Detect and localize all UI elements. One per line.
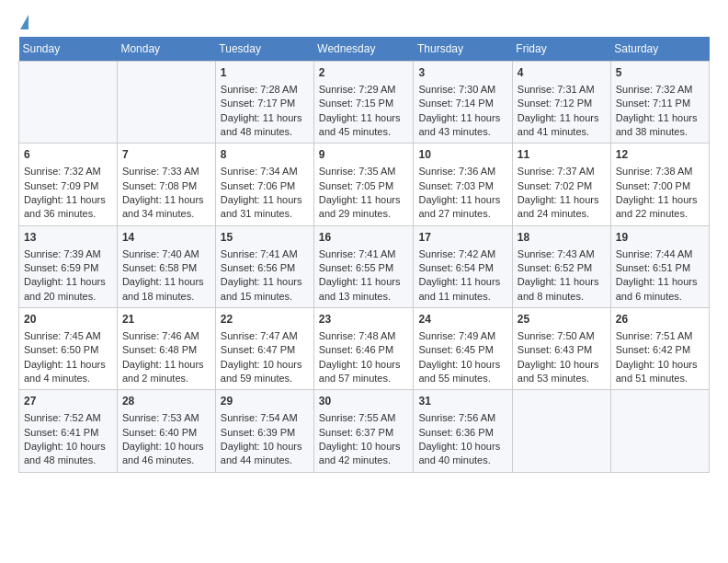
- daylight-text: Daylight: 11 hours and 45 minutes.: [319, 111, 409, 140]
- daylight-text: Daylight: 11 hours and 18 minutes.: [122, 275, 210, 304]
- day-number: 17: [418, 230, 506, 246]
- day-number: 13: [24, 230, 112, 246]
- sunrise-text: Sunrise: 7:43 AM: [518, 247, 606, 261]
- sunrise-text: Sunrise: 7:48 AM: [319, 329, 409, 343]
- daylight-text: Daylight: 10 hours and 57 minutes.: [319, 358, 409, 386]
- calendar-cell: 30Sunrise: 7:55 AMSunset: 6:37 PMDayligh…: [313, 390, 414, 472]
- daylight-text: Daylight: 11 hours and 6 minutes.: [616, 275, 704, 304]
- sunrise-text: Sunrise: 7:50 AM: [518, 329, 606, 343]
- sunrise-text: Sunrise: 7:41 AM: [221, 247, 309, 261]
- sunset-text: Sunset: 6:40 PM: [122, 426, 210, 440]
- sunrise-text: Sunrise: 7:52 AM: [24, 411, 112, 425]
- day-number: 19: [616, 230, 704, 246]
- sunrise-text: Sunrise: 7:49 AM: [418, 329, 506, 343]
- day-number: 25: [518, 312, 606, 327]
- daylight-text: Daylight: 11 hours and 11 minutes.: [418, 275, 506, 304]
- calendar-week-row: 6Sunrise: 7:32 AMSunset: 7:09 PMDaylight…: [19, 144, 710, 225]
- sunrise-text: Sunrise: 7:39 AM: [24, 247, 112, 261]
- calendar-cell: [117, 62, 215, 144]
- daylight-text: Daylight: 11 hours and 22 minutes.: [616, 193, 704, 222]
- sunset-text: Sunset: 6:43 PM: [518, 343, 606, 357]
- calendar-cell: 10Sunrise: 7:36 AMSunset: 7:03 PMDayligh…: [414, 144, 512, 225]
- calendar-week-row: 27Sunrise: 7:52 AMSunset: 6:41 PMDayligh…: [19, 390, 710, 472]
- sunset-text: Sunset: 6:36 PM: [418, 426, 506, 440]
- day-number: 22: [221, 312, 309, 327]
- daylight-text: Daylight: 10 hours and 44 minutes.: [221, 440, 309, 468]
- daylight-text: Daylight: 11 hours and 8 minutes.: [518, 275, 606, 304]
- sunset-text: Sunset: 6:47 PM: [221, 343, 309, 357]
- calendar-cell: 28Sunrise: 7:53 AMSunset: 6:40 PMDayligh…: [117, 390, 215, 472]
- daylight-text: Daylight: 10 hours and 40 minutes.: [418, 440, 506, 468]
- day-number: 2: [319, 65, 409, 81]
- calendar-cell: [19, 62, 118, 144]
- daylight-text: Daylight: 10 hours and 59 minutes.: [221, 358, 309, 386]
- calendar-cell: 16Sunrise: 7:41 AMSunset: 6:55 PMDayligh…: [313, 225, 414, 307]
- calendar-cell: 12Sunrise: 7:38 AMSunset: 7:00 PMDayligh…: [610, 144, 709, 225]
- sunset-text: Sunset: 6:56 PM: [221, 261, 309, 275]
- sunset-text: Sunset: 7:15 PM: [319, 97, 409, 110]
- day-number: 15: [221, 230, 309, 246]
- calendar-header-sunday: Sunday: [19, 37, 118, 62]
- sunset-text: Sunset: 7:17 PM: [221, 97, 309, 110]
- day-number: 6: [24, 147, 112, 163]
- calendar-cell: 13Sunrise: 7:39 AMSunset: 6:59 PMDayligh…: [19, 225, 118, 307]
- daylight-text: Daylight: 10 hours and 53 minutes.: [518, 358, 606, 386]
- calendar-header-friday: Friday: [512, 37, 610, 62]
- calendar-header-tuesday: Tuesday: [215, 37, 313, 62]
- daylight-text: Daylight: 11 hours and 29 minutes.: [319, 193, 409, 222]
- day-number: 3: [418, 65, 506, 81]
- sunset-text: Sunset: 7:09 PM: [24, 179, 112, 193]
- daylight-text: Daylight: 10 hours and 51 minutes.: [616, 358, 704, 386]
- day-number: 12: [616, 147, 704, 163]
- daylight-text: Daylight: 11 hours and 36 minutes.: [24, 193, 112, 222]
- header: [18, 15, 710, 26]
- sunrise-text: Sunrise: 7:41 AM: [319, 247, 409, 261]
- sunset-text: Sunset: 6:51 PM: [616, 261, 704, 275]
- daylight-text: Daylight: 11 hours and 38 minutes.: [616, 111, 704, 140]
- sunset-text: Sunset: 7:14 PM: [418, 97, 506, 110]
- day-number: 26: [616, 312, 704, 327]
- sunset-text: Sunset: 6:46 PM: [319, 343, 409, 357]
- day-number: 21: [122, 312, 210, 327]
- sunrise-text: Sunrise: 7:46 AM: [122, 329, 210, 343]
- calendar-cell: 14Sunrise: 7:40 AMSunset: 6:58 PMDayligh…: [117, 225, 215, 307]
- calendar-cell: 22Sunrise: 7:47 AMSunset: 6:47 PMDayligh…: [215, 308, 313, 390]
- daylight-text: Daylight: 11 hours and 27 minutes.: [418, 193, 506, 222]
- sunrise-text: Sunrise: 7:36 AM: [418, 165, 506, 178]
- page: SundayMondayTuesdayWednesdayThursdayFrid…: [0, 0, 728, 488]
- sunset-text: Sunset: 6:42 PM: [616, 343, 704, 357]
- calendar-cell: [610, 390, 709, 472]
- sunrise-text: Sunrise: 7:42 AM: [418, 247, 506, 261]
- sunrise-text: Sunrise: 7:35 AM: [319, 165, 409, 178]
- calendar-cell: 23Sunrise: 7:48 AMSunset: 6:46 PMDayligh…: [313, 308, 414, 390]
- sunrise-text: Sunrise: 7:32 AM: [24, 165, 112, 178]
- day-number: 31: [418, 394, 506, 409]
- daylight-text: Daylight: 11 hours and 20 minutes.: [24, 275, 112, 304]
- calendar-header-thursday: Thursday: [414, 37, 512, 62]
- daylight-text: Daylight: 10 hours and 55 minutes.: [418, 358, 506, 386]
- sunrise-text: Sunrise: 7:54 AM: [221, 411, 309, 425]
- sunrise-text: Sunrise: 7:31 AM: [518, 83, 606, 97]
- daylight-text: Daylight: 10 hours and 46 minutes.: [122, 440, 210, 468]
- sunset-text: Sunset: 7:03 PM: [418, 179, 506, 193]
- day-number: 1: [221, 65, 309, 81]
- calendar-cell: 19Sunrise: 7:44 AMSunset: 6:51 PMDayligh…: [610, 225, 709, 307]
- calendar-week-row: 20Sunrise: 7:45 AMSunset: 6:50 PMDayligh…: [19, 308, 710, 390]
- sunset-text: Sunset: 6:52 PM: [518, 261, 606, 275]
- sunrise-text: Sunrise: 7:33 AM: [122, 165, 210, 178]
- calendar-header-row: SundayMondayTuesdayWednesdayThursdayFrid…: [19, 37, 710, 62]
- sunrise-text: Sunrise: 7:40 AM: [122, 247, 210, 261]
- calendar-cell: 7Sunrise: 7:33 AMSunset: 7:08 PMDaylight…: [117, 144, 215, 225]
- sunset-text: Sunset: 6:39 PM: [221, 426, 309, 440]
- calendar: SundayMondayTuesdayWednesdayThursdayFrid…: [18, 37, 710, 473]
- calendar-header-wednesday: Wednesday: [313, 37, 414, 62]
- calendar-cell: 4Sunrise: 7:31 AMSunset: 7:12 PMDaylight…: [512, 62, 610, 144]
- daylight-text: Daylight: 11 hours and 48 minutes.: [221, 111, 309, 140]
- sunrise-text: Sunrise: 7:30 AM: [418, 83, 506, 97]
- calendar-header-monday: Monday: [117, 37, 215, 62]
- daylight-text: Daylight: 10 hours and 48 minutes.: [24, 440, 112, 468]
- sunrise-text: Sunrise: 7:45 AM: [24, 329, 112, 343]
- calendar-cell: 24Sunrise: 7:49 AMSunset: 6:45 PMDayligh…: [414, 308, 512, 390]
- sunset-text: Sunset: 6:59 PM: [24, 261, 112, 275]
- calendar-cell: 6Sunrise: 7:32 AMSunset: 7:09 PMDaylight…: [19, 144, 118, 225]
